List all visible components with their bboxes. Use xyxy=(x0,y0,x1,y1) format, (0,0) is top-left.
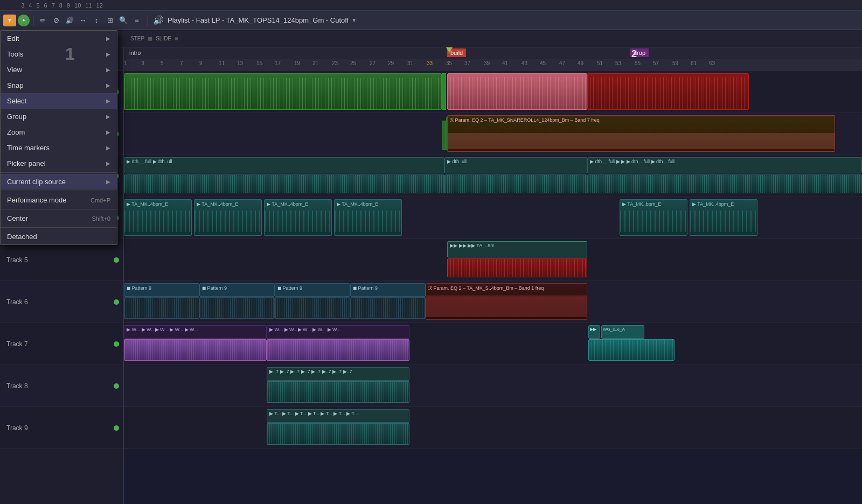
track-row-9: ▶ T... ▶ T... ▶ T... ▶ T... ▶ T... ▶ T..… xyxy=(124,407,862,449)
menu-item-picker-panel[interactable]: Picker panel ▶ xyxy=(1,156,117,171)
clip-t8-1b[interactable] xyxy=(267,381,409,403)
clip-t1-4[interactable] xyxy=(587,73,749,110)
clip-t6-3[interactable]: ◼ Pattern 9 xyxy=(275,283,350,297)
clip-t6-1b[interactable] xyxy=(124,297,199,319)
clip-t4-2[interactable]: ▶ TA_MK..4bpm_E xyxy=(194,199,262,236)
clip-t2-1[interactable] xyxy=(442,121,446,150)
clip-t6-4b[interactable] xyxy=(350,297,426,319)
track-8-name: Track 8 xyxy=(6,382,28,390)
clip-t4-4[interactable]: ▶ TA_MK..4bpm_E xyxy=(334,199,402,236)
menu-item-select[interactable]: Select ▶ xyxy=(1,93,117,109)
draw-tool-button[interactable]: ✏ xyxy=(37,15,48,26)
clip-t6-5[interactable]: ℛ Param. EQ 2 – TA_MK_S..4bpm_Bm – Band … xyxy=(426,283,587,320)
track-row-7: ▶ W... ▶ W...▶ W... ▶ W... ▶ W... ▶ W...… xyxy=(124,323,862,365)
clip-t1-3[interactable] xyxy=(447,73,587,110)
ruler-num-10: 10 xyxy=(74,2,81,9)
clip-t6-3b[interactable] xyxy=(275,297,350,319)
clip-t9-1[interactable]: ▶ T... ▶ T... ▶ T... ▶ T... ▶ T... ▶ T..… xyxy=(267,409,409,423)
clip-t1-2[interactable] xyxy=(442,73,446,110)
clip-t4-1[interactable]: ▶ TA_MK..4bpm_E xyxy=(124,199,192,236)
clip-t6-2b[interactable] xyxy=(199,297,275,319)
clip-t4-5[interactable]: ▶ TA_MK..bpm_E xyxy=(620,199,687,236)
clip-t1-1[interactable] xyxy=(124,73,442,110)
clip-t3-1[interactable]: ▶ dth__.full ▶ dth..ull xyxy=(124,157,444,173)
menu-zoom-arrow: ▶ xyxy=(106,129,110,135)
menu-detached-label: Detached xyxy=(7,233,37,241)
clip-t4-6[interactable]: ▶ TA_MK..4bpm_E xyxy=(690,199,757,236)
menu-item-edit[interactable]: Edit ▶ xyxy=(1,31,117,46)
menu-dropdown-button[interactable]: ▼ xyxy=(3,15,16,26)
menu-select-label: Select xyxy=(7,97,26,105)
clip-t5-1[interactable]: ▶▶ ▶▶ ▶▶ TA_..8m xyxy=(447,241,587,257)
clip-t2-3[interactable]: ℛ Param. EQ 2 – TA_MK_SNAREROLL4_124bpm_… xyxy=(447,115,835,152)
menu-item-zoom[interactable]: Zoom ▶ xyxy=(1,124,117,140)
clip-t7-2b[interactable] xyxy=(267,339,409,361)
menu-snap-arrow: ▶ xyxy=(106,82,110,88)
clip-t7-3c[interactable] xyxy=(588,339,675,361)
menu-item-snap[interactable]: Snap ▶ xyxy=(1,78,117,93)
clip-t3-2[interactable]: ▶ dth..ull xyxy=(444,157,587,173)
clip-t7-1[interactable]: ▶ W... ▶ W...▶ W... ▶ W... ▶ W... xyxy=(124,325,267,339)
menu-view-label: View xyxy=(7,66,22,74)
clip-t7-1b[interactable] xyxy=(124,339,267,361)
top-ruler: 3 4 5 6 7 8 9 10 11 12 xyxy=(0,0,862,11)
grid-button[interactable]: ⊞ xyxy=(104,15,116,26)
menu-item-center[interactable]: Center Shift+0 xyxy=(1,211,117,226)
menu-center-label: Center xyxy=(7,214,28,222)
zoom-button[interactable]: 🔍 xyxy=(117,15,129,26)
title-dropdown-icon[interactable]: ▼ xyxy=(351,17,357,23)
clip-t6-1[interactable]: ◼ Pattern 9 xyxy=(124,283,199,297)
menu-item-detached[interactable]: Detached xyxy=(1,229,117,244)
clip-t3-3[interactable]: ▶ dth__.full ▶ ▶ ▶ dth_..full ▶ dth_..fu… xyxy=(587,157,862,173)
track-label-8: Track 8 xyxy=(0,365,123,407)
clip-t3-1-label: ▶ dth__.full ▶ dth..ull xyxy=(127,159,172,164)
clip-t7-3b[interactable]: WG_s..e_A xyxy=(601,325,644,339)
menu-item-group[interactable]: Group ▶ xyxy=(1,109,117,124)
menu-current-clip-source-label: Current clip source xyxy=(7,178,66,186)
ruler-num-9: 9 xyxy=(67,2,70,9)
record-button[interactable]: ● xyxy=(18,15,30,26)
menu-tools-label: Tools xyxy=(7,50,23,58)
timeline-header: intro build drop 2 1 3 5 7 xyxy=(124,47,862,71)
menu-time-markers-arrow: ▶ xyxy=(106,145,110,151)
clip-t3-1b[interactable] xyxy=(124,174,444,193)
ruler-num-3: 3 xyxy=(21,2,24,9)
menu-item-view[interactable]: View ▶ xyxy=(1,62,117,78)
meter-button[interactable]: ≡ xyxy=(131,15,143,26)
clip-t7-2[interactable]: ▶ W... ▶ W...▶ W... ▶ W... ▶ W... xyxy=(267,325,409,339)
up-down-button[interactable]: ↕ xyxy=(91,15,102,26)
menu-center-shortcut: Shift+0 xyxy=(92,215,110,222)
track-6-active-dot xyxy=(114,299,119,305)
track-5-name: Track 5 xyxy=(6,256,28,264)
clip-t8-1[interactable]: ▶..7 ▶..7 ▶..7 ▶..7 ▶..7 ▶..7 ▶..7 ▶..7 xyxy=(267,367,409,381)
title-bar: ▼ ● ✏ ⊘ 🔊 ↔ ↕ ⊞ 🔍 ≡ 🔊 Playlist - Fast LP… xyxy=(0,11,862,30)
menu-item-time-markers[interactable]: Time markers ▶ xyxy=(1,140,117,156)
menu-item-tools[interactable]: Tools 1 ▶ xyxy=(1,46,117,62)
speaker-title-icon: 🔊 xyxy=(153,15,164,25)
title-text: Playlist - Fast LP - TA_MK_TOPS14_124bpm… xyxy=(168,16,349,24)
clip-t4-3[interactable]: ▶ TA_MK..4bpm_E xyxy=(264,199,332,236)
clip-t9-1b[interactable] xyxy=(267,423,409,445)
track-label-9: Track 9 xyxy=(0,407,123,449)
ruler-num-4: 4 xyxy=(29,2,32,9)
clip-t5-1b[interactable] xyxy=(447,258,587,277)
app-container: 3 4 5 6 7 8 9 10 11 12 ▼ ● ✏ ⊘ 🔊 ↔ ↕ ⊞ 🔍… xyxy=(0,0,862,504)
menu-edit-arrow: ▶ xyxy=(106,36,110,41)
track-label-7: Track 7 xyxy=(0,323,123,365)
clip-t6-2[interactable]: ◼ Pattern 9 xyxy=(199,283,275,297)
left-right-button[interactable]: ↔ xyxy=(77,15,89,26)
timeline-content: intro build drop 2 1 3 5 7 xyxy=(124,47,862,504)
speaker-button[interactable]: 🔊 xyxy=(64,15,75,26)
menu-item-performance-mode[interactable]: Performance mode Cmd+P xyxy=(1,192,117,208)
record-icon: ● xyxy=(23,18,25,23)
menu-item-current-clip-source[interactable]: Current clip source ▶ xyxy=(1,174,117,190)
menu-zoom-label: Zoom xyxy=(7,128,25,136)
clip-t3-3b[interactable] xyxy=(587,174,862,193)
track-5-active-dot xyxy=(114,257,119,263)
clip-t7-3[interactable]: ▶▶ xyxy=(588,325,600,339)
ruler-num-6: 6 xyxy=(44,2,47,9)
track-row-8: ▶..7 ▶..7 ▶..7 ▶..7 ▶..7 ▶..7 ▶..7 ▶..7 xyxy=(124,365,862,407)
clip-t3-2b[interactable] xyxy=(444,174,587,193)
clip-t6-4[interactable]: ◼ Pattern 9 xyxy=(350,283,426,297)
erase-tool-button[interactable]: ⊘ xyxy=(50,15,62,26)
